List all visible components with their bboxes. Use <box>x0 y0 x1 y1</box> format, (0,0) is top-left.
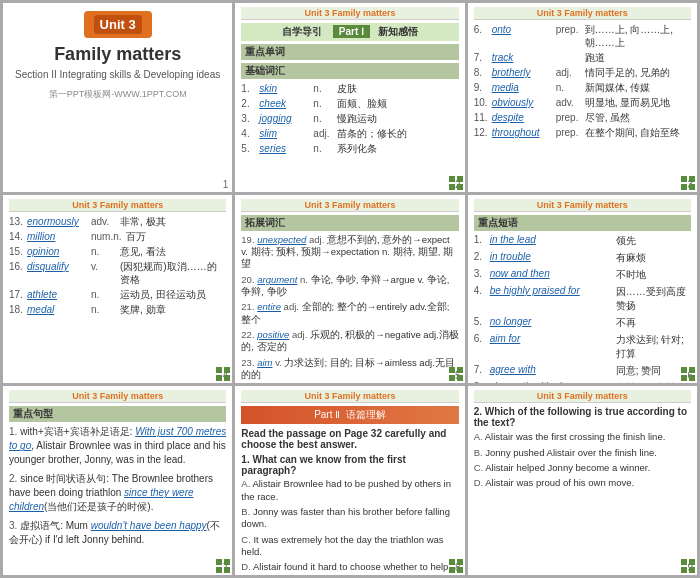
vocab-word: slim <box>259 127 309 140</box>
svg-rect-28 <box>681 559 687 565</box>
unit-badge: Unit 3 <box>84 11 152 38</box>
main-grid: Unit 3 Family matters Section II Integra… <box>0 0 700 578</box>
vocab-pos: adv. <box>556 96 581 109</box>
pattern-text: with+宾语+宾语补足语足: <box>20 426 135 437</box>
pattern-num: 3. <box>9 520 17 531</box>
vocab-pos: n. <box>556 81 581 94</box>
vocab-pos: prep. <box>556 126 581 139</box>
card-2: Unit 3 Family matters 自学导引 Part Ⅰ 新知感悟 重… <box>235 3 464 192</box>
unit-label-3: Unit 3 Family matters <box>537 8 628 18</box>
ppt-label: 第一PPT模板网-WWW.1PPT.COM <box>49 88 187 101</box>
vocab-num: 16. <box>9 260 23 286</box>
vocab-item: 4.slimadj.苗条的；修长的 <box>241 127 458 140</box>
section-title-5: 拓展词汇 <box>241 215 458 231</box>
mc-label: C. <box>241 534 251 545</box>
vocab-pos: n. <box>313 97 333 110</box>
pattern-rest: (当他们还是孩子的时候). <box>44 501 153 512</box>
vocab-word: jogging <box>259 112 309 125</box>
svg-rect-16 <box>681 367 687 373</box>
vocab-word: athlete <box>27 288 87 301</box>
part-title-2: 新知感悟 <box>378 26 418 37</box>
vocab-def: 力求达到; 目的; 目标→aimless adj.无目的的 <box>241 357 454 380</box>
read-instruction: Read the passage on Page 32 carefully an… <box>241 428 458 450</box>
vocab-item: 5.seriesn.系列化条 <box>241 142 458 155</box>
mc-option: C. Alistair helped Jonny become a winner… <box>474 462 691 474</box>
svg-rect-24 <box>449 559 455 565</box>
question-item: 1. What can we know from the first parag… <box>241 454 458 575</box>
vocab-def: 奖牌, 勋章 <box>120 303 166 316</box>
self-study-bar: 自学导引 Part Ⅰ 新知感悟 <box>241 23 458 41</box>
phrase-item: 4.be highly praised for因……受到高度赞扬 <box>474 285 691 313</box>
vocab-num: 21. <box>241 301 254 312</box>
section-title-2b: 基础词汇 <box>241 63 458 79</box>
phrase-word: no longer <box>490 316 610 330</box>
phrase-word: in the lead <box>490 234 610 248</box>
vocab-num: 5. <box>241 142 255 155</box>
svg-rect-23 <box>224 567 230 573</box>
vocab-def: 跑道 <box>585 51 605 64</box>
vocab-word: cheek <box>259 97 309 110</box>
svg-rect-7 <box>689 184 695 190</box>
vocab-pos: n. <box>313 112 333 125</box>
vocab-num: 6. <box>474 23 488 49</box>
vocab-pos: adj. <box>309 234 324 245</box>
vocab-pos: adj. <box>284 301 299 312</box>
phrase-item: 5.no longer不再 <box>474 316 691 330</box>
vocab-item: 10.obviouslyadv.明显地, 显而易见地 <box>474 96 691 109</box>
pattern-fill: wouldn't have been happy <box>91 520 207 531</box>
vocab-def: 在整个期间, 自始至终 <box>585 126 681 139</box>
svg-rect-17 <box>689 367 695 373</box>
unit-label-8: Unit 3 Family matters <box>304 391 395 401</box>
vocab-def: 新闻媒体, 传媒 <box>585 81 651 94</box>
phrase-word: in trouble <box>490 251 610 265</box>
vocab-pos: n. <box>313 142 333 155</box>
vocab-num: 20. <box>241 274 254 285</box>
part-title-8: 语篇理解 <box>346 409 386 420</box>
vocab-list-5: 19. unexpected adj. 意想不到的, 意外的→expect v.… <box>241 234 458 382</box>
phrase-def: 领先 <box>616 234 636 248</box>
card-header-4: Unit 3 Family matters <box>9 199 226 212</box>
vocab-num: 1. <box>241 82 255 95</box>
vocab-word: skin <box>259 82 309 95</box>
card-8: Unit 3 Family matters Part Ⅱ 语篇理解 Read t… <box>235 386 464 575</box>
pattern-rest: , Alistair Brownlee was in third place a… <box>9 440 226 465</box>
corner-icon-8 <box>449 559 463 573</box>
vocab-pos: prep. <box>556 111 581 124</box>
phrase-item: 8.share sth with sb和某人分享某物 <box>474 381 691 384</box>
vocab-num: 14. <box>9 230 23 243</box>
card-header-2: Unit 3 Family matters <box>241 7 458 20</box>
phrase-item: 2.in trouble有麻烦 <box>474 251 691 265</box>
svg-rect-11 <box>224 375 230 381</box>
mc-label: B. <box>241 506 250 517</box>
card-1: Unit 3 Family matters Section II Integra… <box>3 3 232 192</box>
phrase-num: 2. <box>474 251 484 265</box>
phrase-num: 4. <box>474 285 484 313</box>
pattern-item: 3. 虚拟语气: Mum wouldn't have been happy(不会… <box>9 519 226 547</box>
vocab-num: 19. <box>241 234 254 245</box>
mc-option: D. Alistair found it hard to choose whet… <box>241 561 458 575</box>
phrase-num: 8. <box>474 381 484 384</box>
vocab-pos <box>556 51 581 64</box>
vocab-def: 百万 <box>126 230 146 243</box>
unit-label-7: Unit 3 Family matters <box>72 391 163 401</box>
vocab-num: 4. <box>241 127 255 140</box>
pattern-num: 2. <box>9 473 17 484</box>
phrase-num: 6. <box>474 333 484 361</box>
vocab-def: 面颊、脸颊 <box>337 97 387 110</box>
phrase-item: 1.in the lead领先 <box>474 234 691 248</box>
vocab-word: brotherly <box>492 66 552 79</box>
vocab-num: 2. <box>241 97 255 110</box>
svg-rect-15 <box>457 375 463 381</box>
phrase-list-6: 1.in the lead领先2.in trouble有麻烦3.now and … <box>474 234 691 384</box>
vocab-word: enormously <box>27 215 87 228</box>
phrase-word: agree with <box>490 364 610 378</box>
phrase-word: be highly praised for <box>490 285 610 313</box>
svg-rect-2 <box>449 184 455 190</box>
vocab-word: series <box>259 142 309 155</box>
section-label: Section II Integrating skills & Developi… <box>15 69 220 80</box>
vocab-item: 11.despiteprep.尽管, 虽然 <box>474 111 691 124</box>
corner-icon-7 <box>216 559 230 573</box>
svg-rect-10 <box>216 375 222 381</box>
vocab-word: opinion <box>27 245 87 258</box>
phrase-def: 不时地 <box>616 268 646 282</box>
